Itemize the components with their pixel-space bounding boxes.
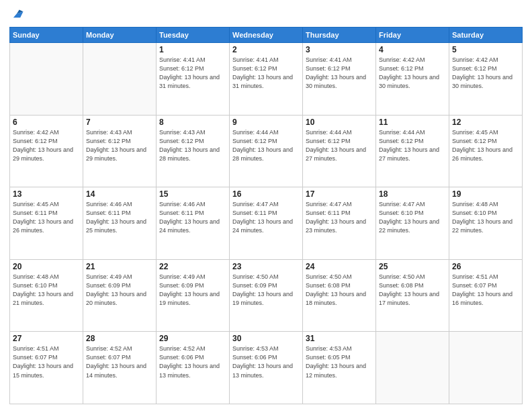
- day-info: Sunrise: 4:51 AM Sunset: 6:07 PM Dayligh…: [452, 273, 519, 308]
- day-header-thursday: Thursday: [303, 28, 376, 43]
- calendar-week-2: 6Sunrise: 4:42 AM Sunset: 6:12 PM Daylig…: [10, 115, 523, 187]
- calendar-cell: 23Sunrise: 4:50 AM Sunset: 6:09 PM Dayli…: [230, 259, 303, 332]
- calendar-cell: 22Sunrise: 4:49 AM Sunset: 6:09 PM Dayli…: [157, 259, 230, 332]
- day-info: Sunrise: 4:53 AM Sunset: 6:05 PM Dayligh…: [306, 345, 373, 379]
- day-info: Sunrise: 4:47 AM Sunset: 6:11 PM Dayligh…: [306, 200, 373, 235]
- calendar-cell: 18Sunrise: 4:47 AM Sunset: 6:10 PM Dayli…: [376, 187, 449, 260]
- calendar-cell: [376, 332, 449, 404]
- day-info: Sunrise: 4:42 AM Sunset: 6:12 PM Dayligh…: [13, 128, 80, 163]
- calendar-cell: 30Sunrise: 4:53 AM Sunset: 6:06 PM Dayli…: [230, 332, 303, 404]
- day-number: 7: [86, 118, 153, 127]
- day-header-sunday: Sunday: [10, 28, 83, 43]
- day-info: Sunrise: 4:47 AM Sunset: 6:10 PM Dayligh…: [379, 200, 446, 235]
- calendar-cell: 19Sunrise: 4:48 AM Sunset: 6:10 PM Dayli…: [449, 187, 523, 260]
- day-number: 30: [232, 334, 300, 343]
- calendar-cell: 1Sunrise: 4:41 AM Sunset: 6:12 PM Daylig…: [157, 43, 230, 116]
- day-number: 20: [13, 262, 80, 271]
- calendar-cell: 5Sunrise: 4:42 AM Sunset: 6:12 PM Daylig…: [449, 43, 523, 116]
- day-info: Sunrise: 4:46 AM Sunset: 6:11 PM Dayligh…: [86, 200, 153, 235]
- day-info: Sunrise: 4:42 AM Sunset: 6:12 PM Dayligh…: [452, 56, 519, 91]
- logo: [9, 7, 27, 21]
- day-number: 25: [379, 262, 446, 271]
- calendar-week-4: 20Sunrise: 4:48 AM Sunset: 6:10 PM Dayli…: [10, 259, 523, 332]
- calendar-cell: 26Sunrise: 4:51 AM Sunset: 6:07 PM Dayli…: [449, 259, 523, 332]
- day-number: 9: [232, 118, 300, 127]
- day-number: 27: [13, 334, 80, 343]
- day-number: 11: [379, 118, 446, 127]
- day-number: 19: [452, 189, 519, 199]
- calendar-cell: 2Sunrise: 4:41 AM Sunset: 6:12 PM Daylig…: [230, 43, 303, 116]
- calendar-cell: 21Sunrise: 4:49 AM Sunset: 6:09 PM Dayli…: [83, 259, 157, 332]
- day-info: Sunrise: 4:50 AM Sunset: 6:08 PM Dayligh…: [379, 273, 446, 308]
- day-number: 2: [232, 45, 300, 54]
- day-number: 18: [379, 189, 446, 199]
- day-info: Sunrise: 4:48 AM Sunset: 6:10 PM Dayligh…: [13, 273, 80, 308]
- day-header-saturday: Saturday: [449, 28, 523, 43]
- calendar-cell: 13Sunrise: 4:45 AM Sunset: 6:11 PM Dayli…: [10, 187, 83, 260]
- day-info: Sunrise: 4:48 AM Sunset: 6:10 PM Dayligh…: [452, 200, 519, 235]
- day-number: 8: [159, 118, 226, 127]
- calendar-table: SundayMondayTuesdayWednesdayThursdayFrid…: [9, 27, 523, 404]
- day-header-wednesday: Wednesday: [230, 28, 303, 43]
- page: SundayMondayTuesdayWednesdayThursdayFrid…: [0, 0, 532, 411]
- day-info: Sunrise: 4:52 AM Sunset: 6:07 PM Dayligh…: [86, 345, 153, 379]
- calendar-cell: 14Sunrise: 4:46 AM Sunset: 6:11 PM Dayli…: [83, 187, 157, 260]
- calendar-header-row: SundayMondayTuesdayWednesdayThursdayFrid…: [10, 28, 523, 43]
- day-info: Sunrise: 4:45 AM Sunset: 6:11 PM Dayligh…: [13, 200, 80, 235]
- day-info: Sunrise: 4:49 AM Sunset: 6:09 PM Dayligh…: [86, 273, 153, 308]
- calendar-week-5: 27Sunrise: 4:51 AM Sunset: 6:07 PM Dayli…: [10, 332, 523, 404]
- day-number: 12: [452, 118, 519, 127]
- day-info: Sunrise: 4:41 AM Sunset: 6:12 PM Dayligh…: [232, 56, 300, 91]
- calendar-cell: 31Sunrise: 4:53 AM Sunset: 6:05 PM Dayli…: [303, 332, 376, 404]
- day-info: Sunrise: 4:44 AM Sunset: 6:12 PM Dayligh…: [379, 128, 446, 163]
- day-number: 16: [232, 189, 300, 199]
- calendar-cell: 3Sunrise: 4:41 AM Sunset: 6:12 PM Daylig…: [303, 43, 376, 116]
- calendar-cell: 8Sunrise: 4:43 AM Sunset: 6:12 PM Daylig…: [157, 115, 230, 187]
- header: [9, 7, 523, 21]
- calendar-cell: 7Sunrise: 4:43 AM Sunset: 6:12 PM Daylig…: [83, 115, 157, 187]
- day-number: 31: [306, 334, 373, 343]
- calendar-cell: 16Sunrise: 4:47 AM Sunset: 6:11 PM Dayli…: [230, 187, 303, 260]
- day-header-monday: Monday: [83, 28, 157, 43]
- day-number: 26: [452, 262, 519, 271]
- calendar-week-3: 13Sunrise: 4:45 AM Sunset: 6:11 PM Dayli…: [10, 187, 523, 260]
- day-number: 1: [159, 45, 226, 54]
- day-info: Sunrise: 4:45 AM Sunset: 6:12 PM Dayligh…: [452, 128, 519, 163]
- calendar-cell: 4Sunrise: 4:42 AM Sunset: 6:12 PM Daylig…: [376, 43, 449, 116]
- day-number: 23: [232, 262, 300, 271]
- day-info: Sunrise: 4:47 AM Sunset: 6:11 PM Dayligh…: [232, 200, 300, 235]
- calendar-cell: 15Sunrise: 4:46 AM Sunset: 6:11 PM Dayli…: [157, 187, 230, 260]
- day-info: Sunrise: 4:46 AM Sunset: 6:11 PM Dayligh…: [159, 200, 226, 235]
- calendar-cell: 11Sunrise: 4:44 AM Sunset: 6:12 PM Dayli…: [376, 115, 449, 187]
- calendar-cell: [83, 43, 157, 116]
- day-info: Sunrise: 4:53 AM Sunset: 6:06 PM Dayligh…: [232, 345, 300, 379]
- calendar-cell: 12Sunrise: 4:45 AM Sunset: 6:12 PM Dayli…: [449, 115, 523, 187]
- day-info: Sunrise: 4:41 AM Sunset: 6:12 PM Dayligh…: [159, 56, 226, 91]
- calendar-week-1: 1Sunrise: 4:41 AM Sunset: 6:12 PM Daylig…: [10, 43, 523, 116]
- day-number: 24: [306, 262, 373, 271]
- day-info: Sunrise: 4:43 AM Sunset: 6:12 PM Dayligh…: [86, 128, 153, 163]
- day-number: 13: [13, 189, 80, 199]
- day-info: Sunrise: 4:43 AM Sunset: 6:12 PM Dayligh…: [159, 128, 226, 163]
- day-number: 3: [306, 45, 373, 54]
- day-info: Sunrise: 4:52 AM Sunset: 6:06 PM Dayligh…: [159, 345, 226, 379]
- day-info: Sunrise: 4:41 AM Sunset: 6:12 PM Dayligh…: [306, 56, 373, 91]
- calendar-cell: 20Sunrise: 4:48 AM Sunset: 6:10 PM Dayli…: [10, 259, 83, 332]
- day-info: Sunrise: 4:50 AM Sunset: 6:09 PM Dayligh…: [232, 273, 300, 308]
- calendar-cell: 28Sunrise: 4:52 AM Sunset: 6:07 PM Dayli…: [83, 332, 157, 404]
- day-info: Sunrise: 4:42 AM Sunset: 6:12 PM Dayligh…: [379, 56, 446, 91]
- day-header-tuesday: Tuesday: [157, 28, 230, 43]
- day-number: 21: [86, 262, 153, 271]
- day-number: 4: [379, 45, 446, 54]
- calendar-cell: [449, 332, 523, 404]
- day-number: 28: [86, 334, 153, 343]
- calendar-cell: [10, 43, 83, 116]
- day-info: Sunrise: 4:44 AM Sunset: 6:12 PM Dayligh…: [232, 128, 300, 163]
- day-number: 29: [159, 334, 226, 343]
- calendar-cell: 25Sunrise: 4:50 AM Sunset: 6:08 PM Dayli…: [376, 259, 449, 332]
- logo-icon: [9, 7, 24, 21]
- calendar-cell: 9Sunrise: 4:44 AM Sunset: 6:12 PM Daylig…: [230, 115, 303, 187]
- calendar-cell: 17Sunrise: 4:47 AM Sunset: 6:11 PM Dayli…: [303, 187, 376, 260]
- calendar-cell: 29Sunrise: 4:52 AM Sunset: 6:06 PM Dayli…: [157, 332, 230, 404]
- day-info: Sunrise: 4:49 AM Sunset: 6:09 PM Dayligh…: [159, 273, 226, 308]
